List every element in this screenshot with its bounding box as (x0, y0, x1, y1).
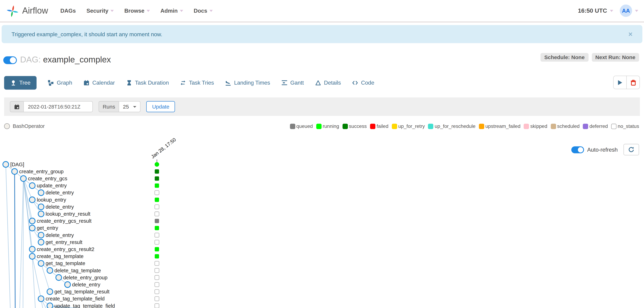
task-label[interactable]: create_entry_gcs_result2 (37, 246, 94, 252)
task-label[interactable]: lookup_entry (37, 197, 66, 203)
brand-title[interactable]: Airflow (22, 6, 48, 16)
dag-pause-toggle[interactable] (3, 56, 17, 64)
task-node[interactable] (38, 190, 44, 196)
task-node[interactable] (3, 161, 8, 167)
task-status-square[interactable] (155, 282, 159, 287)
tab-details[interactable]: Details (315, 80, 341, 86)
task-status-square[interactable] (155, 176, 159, 181)
clock-dropdown[interactable]: 16:50 UTC (578, 8, 613, 14)
task-status-square[interactable] (155, 205, 159, 209)
task-status-square[interactable] (155, 226, 159, 230)
task-node[interactable] (29, 183, 35, 189)
task-label[interactable]: update_tag_template_field (54, 303, 115, 308)
close-icon[interactable]: × (628, 31, 632, 38)
brand[interactable]: Airflow (6, 4, 48, 18)
nav-item-label: Admin (160, 8, 178, 14)
task-node[interactable] (12, 169, 18, 174)
task-node[interactable] (38, 239, 44, 245)
task-status-square[interactable] (155, 240, 159, 244)
task-label[interactable]: delete_entry (46, 232, 74, 238)
nav-item-docs[interactable]: Docs (194, 8, 213, 14)
update-button[interactable]: Update (146, 101, 175, 112)
nav-item-admin[interactable]: Admin (160, 8, 183, 14)
task-status-square[interactable] (155, 261, 159, 266)
tab-task-tries[interactable]: Task Tries (180, 80, 214, 86)
task-node[interactable] (38, 204, 44, 210)
nav-item-security[interactable]: Security (86, 8, 114, 14)
tab-calendar[interactable]: Calendar (83, 80, 115, 86)
task-status-square[interactable] (155, 275, 159, 280)
task-label[interactable]: get_entry_result (46, 239, 82, 245)
task-label[interactable]: delete_entry (72, 282, 100, 287)
legend-item-upstream-failed: upstream_failed (479, 123, 520, 129)
task-node[interactable] (38, 232, 44, 238)
dag-run-status-circle[interactable] (155, 162, 159, 167)
chevron-down-icon (110, 10, 114, 12)
task-status-square[interactable] (155, 247, 159, 251)
task-label[interactable]: create_tag_template_field (46, 296, 104, 301)
task-status-square[interactable] (155, 254, 159, 258)
task-node[interactable] (29, 246, 35, 252)
tab-task-duration[interactable]: Task Duration (126, 80, 169, 86)
task-node[interactable] (65, 282, 70, 287)
num-runs-select[interactable]: 25 (119, 101, 140, 112)
task-label[interactable]: get_tag_template_result (54, 289, 110, 294)
run-date-label[interactable]: Jan 28, 17:50 (150, 138, 177, 160)
tab-gantt[interactable]: Gantt (281, 80, 304, 86)
runs-label: Runs (98, 101, 119, 112)
tab-label: Task Tries (189, 80, 214, 86)
navbar-right: 16:50 UTC AA (578, 5, 638, 17)
nav-item-browse[interactable]: Browse (124, 8, 150, 14)
user-menu[interactable]: AA (620, 5, 638, 17)
task-status-square[interactable] (155, 219, 159, 223)
task-status-square[interactable] (155, 212, 159, 216)
legend-label: failed (377, 123, 388, 129)
legend-swatch (550, 124, 556, 129)
code-icon (352, 80, 358, 86)
task-node[interactable] (47, 289, 53, 295)
base-date-input[interactable] (24, 101, 93, 112)
view-tabs: TreeGraphCalendarTask DurationTask Tries… (4, 76, 374, 90)
task-label[interactable]: create_tag_template (37, 253, 84, 259)
task-status-square[interactable] (155, 296, 159, 301)
task-node[interactable] (29, 253, 35, 259)
task-label[interactable]: create_entry_gcs_result (37, 218, 92, 224)
task-node[interactable] (38, 296, 44, 302)
task-label[interactable]: delete_tag_template (54, 268, 101, 273)
task-node[interactable] (47, 303, 53, 308)
task-node[interactable] (38, 260, 44, 266)
task-status-square[interactable] (155, 169, 159, 174)
tab-tree[interactable]: Tree (4, 76, 36, 90)
task-label[interactable]: lookup_entry_result (46, 211, 90, 217)
task-node[interactable] (29, 225, 35, 231)
task-status-square[interactable] (155, 268, 159, 273)
task-node[interactable] (38, 211, 44, 217)
delete-dag-button[interactable] (626, 76, 640, 89)
task-node[interactable] (47, 267, 53, 273)
task-label[interactable]: create_entry_gcs (28, 176, 67, 181)
toggle-knob (10, 57, 16, 63)
trigger-dag-button[interactable] (613, 76, 627, 89)
nav-item-dags[interactable]: DAGs (60, 8, 76, 14)
tab-code[interactable]: Code (352, 80, 374, 86)
task-status-square[interactable] (155, 183, 159, 188)
task-status-square[interactable] (155, 190, 159, 195)
task-label[interactable]: delete_entry_group (63, 275, 108, 280)
task-label[interactable]: delete_entry (46, 204, 74, 210)
task-label[interactable]: get_tag_template (46, 260, 85, 266)
task-status-square[interactable] (155, 289, 159, 294)
task-node[interactable] (29, 197, 35, 203)
task-node[interactable] (29, 218, 35, 224)
task-label[interactable]: get_entry (37, 225, 58, 231)
task-status-square[interactable] (155, 233, 159, 237)
tab-graph[interactable]: Graph (48, 80, 72, 86)
task-label[interactable]: delete_entry (46, 190, 74, 196)
task-status-square[interactable] (155, 303, 159, 308)
task-label[interactable]: update_entry (37, 183, 67, 188)
task-label[interactable]: [DAG] (10, 162, 24, 167)
tab-landing-times[interactable]: Landing Times (225, 80, 270, 86)
task-node[interactable] (20, 176, 26, 182)
task-label[interactable]: create_entry_group (19, 169, 64, 174)
task-node[interactable] (56, 274, 62, 280)
task-status-square[interactable] (155, 197, 159, 202)
